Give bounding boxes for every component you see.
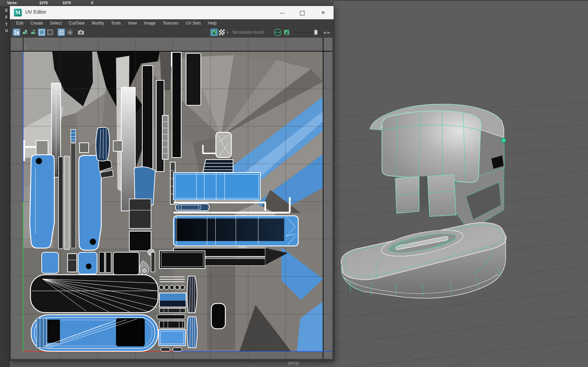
menu-bar: Edit Create Select Cut/Sew Modify Tools …	[10, 19, 334, 27]
shells-cut-icon	[30, 29, 36, 35]
window-title: UV Editor	[25, 9, 46, 15]
shells-green-icon	[22, 29, 28, 35]
maximize-button[interactable]	[294, 6, 310, 19]
hud-verts-label: Verts:	[7, 0, 18, 6]
close-icon: ✕	[321, 10, 325, 15]
exposure-slider[interactable]	[293, 30, 321, 35]
menu-tools[interactable]: Tools	[108, 21, 124, 26]
texture-checker-button[interactable]	[218, 28, 226, 36]
hud-edges-label: E	[5, 8, 8, 12]
camera-label: persp	[281, 360, 306, 365]
hud-faces-label: F	[5, 15, 8, 19]
checker-border-active-icon	[39, 29, 45, 35]
axis-tick-label: 1	[25, 46, 27, 49]
menu-image[interactable]: Image	[141, 21, 159, 26]
uv-canvas[interactable]: 1	[11, 38, 333, 359]
dashed-circle-icon	[67, 29, 73, 35]
toolbar-overflow-arrows-icon[interactable]: ▶▶	[324, 31, 331, 34]
texture-display-button[interactable]	[210, 28, 218, 36]
texture-image-button[interactable]	[283, 28, 290, 36]
hud-verts-selected: 0	[91, 0, 93, 6]
border-display-2-button[interactable]	[46, 28, 54, 36]
menu-edit[interactable]: Edit	[13, 21, 27, 26]
texture-dropdown-caret[interactable]: ▼	[226, 31, 229, 34]
menu-textures[interactable]: Textures	[159, 21, 182, 26]
menu-view[interactable]: View	[124, 21, 141, 26]
shells-create-button[interactable]	[21, 28, 29, 36]
pixel-grid-button[interactable]	[57, 28, 65, 36]
close-button[interactable]: ✕	[315, 6, 331, 19]
hud-polycount-bar: Verts: 1075 1075 0	[0, 0, 334, 6]
menu-create[interactable]: Create	[27, 21, 47, 26]
checker-border-icon	[47, 29, 53, 35]
hud-tris-label: T	[5, 22, 8, 26]
menu-cutsew[interactable]: Cut/Sew	[65, 21, 88, 26]
rgb-channel-icon[interactable]: RGB	[274, 29, 281, 36]
menu-modify[interactable]: Modify	[88, 21, 107, 26]
uv-canvas-area[interactable]: 1	[11, 37, 333, 359]
window-titlebar[interactable]: M UV Editor — ✕	[10, 6, 334, 19]
shade-uvs-button[interactable]	[66, 28, 74, 36]
minimize-icon: —	[280, 10, 285, 15]
maya-logo-icon: M	[14, 9, 22, 16]
camera-icon	[78, 30, 84, 35]
image-icon	[211, 29, 217, 35]
hud-left-strip: E F T U	[0, 6, 10, 367]
layout-blocks-icon	[14, 29, 19, 35]
hud-verts-total: 1075	[39, 0, 48, 6]
hud-verts-shaded: 1075	[62, 0, 71, 6]
uv-toolbar: ▼ No texture found RGB ▶▶	[10, 27, 334, 37]
uv-editor-window: M UV Editor — ✕ Edit Create Select Cut/S…	[10, 6, 334, 361]
minimize-button[interactable]: —	[274, 6, 290, 19]
menu-help[interactable]: Help	[204, 21, 220, 26]
menu-select[interactable]: Select	[47, 21, 65, 26]
selection-highlight-dot	[501, 138, 506, 143]
hud-uvs-label: U	[5, 28, 8, 33]
border-display-button[interactable]	[38, 28, 46, 36]
layout-blocks-button[interactable]	[13, 28, 20, 36]
maximize-icon	[300, 11, 305, 15]
checker-swatch-icon	[219, 29, 225, 35]
menu-uvsets[interactable]: UV Sets	[182, 21, 204, 26]
image-green-icon	[284, 29, 289, 35]
pixel-grid-icon	[59, 29, 64, 35]
shells-cut-button[interactable]	[29, 28, 37, 36]
texture-status-label: No texture found	[233, 30, 271, 35]
uv-snapshot-button[interactable]	[77, 28, 85, 36]
slider-handle[interactable]	[314, 30, 317, 35]
